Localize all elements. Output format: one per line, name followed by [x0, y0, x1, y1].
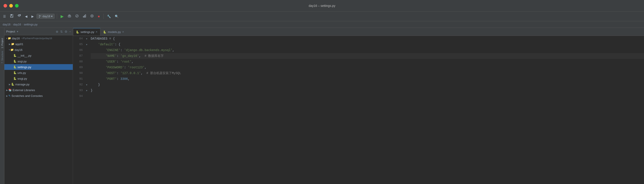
- token: 'HOST': [106, 70, 116, 76]
- token: ,: [145, 64, 146, 70]
- search-everywhere-button[interactable]: 🔍: [114, 14, 120, 19]
- fold-93[interactable]: ▾: [84, 88, 89, 93]
- chevron-right-icon: ▶: [9, 83, 10, 86]
- tree-label-manage: manage.py: [15, 83, 30, 86]
- tree-item-wsgi[interactable]: 🐍 wsgi.py: [4, 76, 73, 82]
- line-numbers: 84 85 86 87 88 89 90 91 92 93 94: [73, 36, 84, 184]
- tree-label-asgi: asgi.py: [18, 60, 26, 63]
- tree-item-settings[interactable]: 🐍 settings.py: [4, 64, 73, 70]
- scratch-icon: ✎: [8, 94, 10, 97]
- tree-item-urls[interactable]: 🐍 urls.py: [4, 70, 73, 76]
- code-content[interactable]: DATABASES = { 'default' : { 'ENGINE' :: [89, 36, 644, 184]
- menu-button[interactable]: ☰: [2, 14, 7, 19]
- token: :: [117, 59, 120, 64]
- tree-item-manage[interactable]: ▶ 🐍 manage.py: [4, 82, 73, 87]
- tree-label-day16-folder: day16: [14, 48, 22, 52]
- svg-rect-2: [10, 16, 13, 17]
- token: 'ENGINE': [106, 47, 120, 53]
- token: [91, 59, 106, 64]
- tree-item-day16-root[interactable]: ▾ 📁 day16 ~/PycharmProjects/gx/day16: [4, 36, 73, 41]
- branch-selector[interactable]: day16 ▾: [36, 14, 54, 19]
- tree-item-app01[interactable]: ▶ 📁 app01: [4, 41, 73, 47]
- token: 3306: [120, 76, 128, 82]
- project-panel: Project ▾ ⊕ ⇅ ⚙ − ▾ 📁 day16 ~/PycharmPro…: [4, 28, 73, 184]
- scope-icon[interactable]: ⊕: [56, 30, 58, 34]
- tree-label-urls: urls.py: [18, 71, 26, 74]
- tab-models[interactable]: 🐍 models.py ✕: [100, 28, 127, 36]
- token: :: [117, 53, 120, 59]
- token: 'gx_day16': [120, 53, 139, 59]
- forward-button[interactable]: ▶: [30, 14, 35, 19]
- fold-94: [84, 93, 89, 99]
- token: [91, 64, 106, 70]
- token: # 数据库名字: [145, 53, 164, 59]
- tree-item-scratches[interactable]: ▶ ✎ Scratches and Consoles: [4, 93, 73, 99]
- tab-models-close[interactable]: ✕: [122, 30, 124, 34]
- tree-item-day16-folder[interactable]: ▾ 📁 day16: [4, 47, 73, 53]
- token: }: [91, 88, 92, 93]
- breadcrumb-day16[interactable]: day16: [13, 23, 21, 26]
- stop-button[interactable]: ■: [96, 14, 101, 19]
- gear-icon[interactable]: ⚙: [64, 30, 68, 34]
- tree-item-external-libs[interactable]: ▶ 📚 External Libraries: [4, 87, 73, 93]
- token: 'PORT': [106, 76, 116, 82]
- fold-84[interactable]: ▾: [84, 36, 89, 42]
- breadcrumb-settings[interactable]: settings.py: [24, 23, 38, 26]
- settings-button[interactable]: 🔧: [106, 14, 112, 19]
- code-line-90: 'HOST' : '127.0.0.1' , # 那台机器安装了MySQL: [91, 70, 644, 76]
- sort-icon[interactable]: ⇅: [60, 30, 63, 34]
- minimize-button[interactable]: [9, 4, 13, 8]
- tree-label-settings: settings.py: [18, 66, 31, 69]
- code-line-88: 'USER' : 'root' ,: [91, 59, 644, 64]
- gradle-button[interactable]: [89, 13, 95, 19]
- breadcrumb: day16 › day16 › settings.py: [0, 21, 644, 28]
- chevron-right-icon: ▶: [6, 95, 8, 97]
- svg-point-11: [76, 14, 78, 17]
- sidebar-tab-structure[interactable]: 7: Structure: [0, 50, 4, 65]
- code-line-91: 'PORT' : 3306 ,: [91, 76, 644, 82]
- tab-settings-label: settings.py: [80, 30, 94, 34]
- back-button[interactable]: ◀: [24, 14, 29, 19]
- maximize-button[interactable]: [15, 4, 18, 8]
- token: :: [124, 64, 128, 70]
- run-button[interactable]: ▶: [59, 13, 65, 20]
- debug-button[interactable]: [66, 13, 72, 19]
- token: :: [117, 76, 120, 82]
- sidebar-tab-project[interactable]: 1: Project: [0, 37, 4, 50]
- token: ,: [139, 53, 144, 59]
- svg-rect-13: [84, 16, 85, 17]
- profile-button[interactable]: [82, 13, 88, 19]
- svg-point-5: [40, 16, 41, 16]
- tab-settings[interactable]: 🐍 settings.py ✕: [73, 28, 100, 36]
- breadcrumb-sep-1: ›: [11, 23, 12, 26]
- minimize-panel-icon[interactable]: −: [69, 30, 71, 34]
- fold-92[interactable]: ▾: [84, 82, 89, 88]
- code-line-84: DATABASES = {: [91, 36, 644, 42]
- code-line-85: 'default' : {: [91, 42, 644, 47]
- fold-85[interactable]: ▾: [84, 42, 89, 47]
- tab-settings-close[interactable]: ✕: [96, 30, 98, 34]
- save-button[interactable]: [8, 13, 15, 19]
- code-editor[interactable]: 84 85 86 87 88 89 90 91 92 93 94 ▾ ▾: [73, 36, 644, 184]
- token: 'NAME': [106, 53, 116, 59]
- window-title: day16 – settings.py: [309, 4, 336, 8]
- panel-header: Project ▾ ⊕ ⇅ ⚙ −: [4, 28, 73, 36]
- tree-label-external-libs: External Libraries: [12, 88, 35, 92]
- folder-icon: 📁: [8, 37, 11, 40]
- tree-item-asgi[interactable]: 🐍 asgi.py: [4, 58, 73, 64]
- folder-icon: 📁: [10, 48, 14, 51]
- fold-87: [84, 53, 89, 59]
- tree-label-app01: app01: [15, 42, 23, 46]
- coverage-button[interactable]: [74, 13, 80, 19]
- close-button[interactable]: [4, 4, 7, 8]
- sync-button[interactable]: [16, 13, 22, 19]
- token: :: [120, 47, 124, 53]
- tree-item-init[interactable]: 🐍 __init__.py: [4, 53, 73, 58]
- breadcrumb-day16-root[interactable]: day16: [3, 23, 10, 26]
- token: }: [98, 82, 100, 88]
- token: 'django.db.backends.mysql': [124, 47, 172, 53]
- breadcrumb-sep-2: ›: [22, 23, 23, 26]
- py-file-icon: 🐍: [11, 83, 14, 86]
- token: =: [108, 36, 113, 42]
- token: 'USER': [106, 59, 116, 64]
